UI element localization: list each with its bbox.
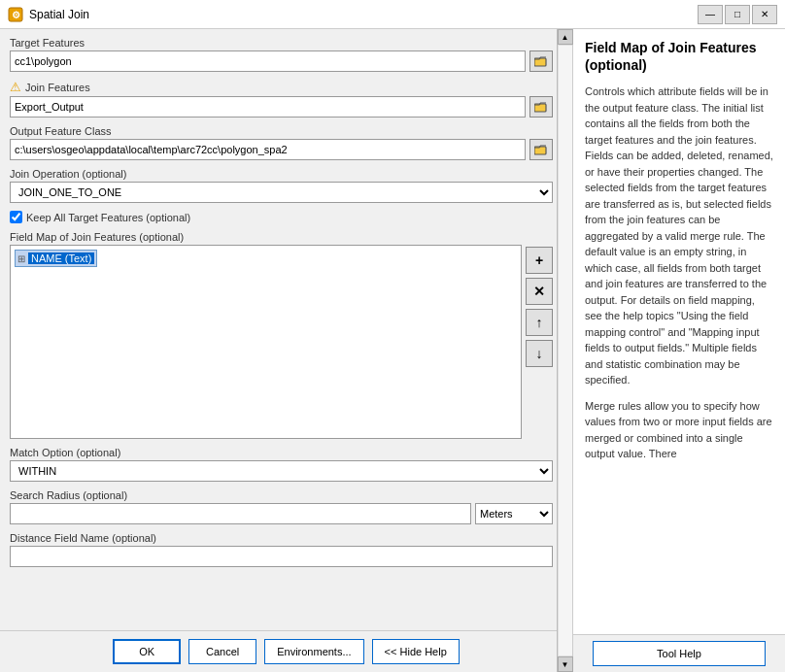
output-feature-class-input[interactable]: c:\users\osgeo\appdata\local\temp\arc72c… bbox=[10, 139, 526, 160]
join-operation-select[interactable]: JOIN_ONE_TO_ONE JOIN_ONE_TO_MANY bbox=[10, 182, 553, 203]
app-icon: ⚙ bbox=[8, 7, 23, 22]
keep-all-checkbox[interactable] bbox=[10, 211, 22, 223]
unit-select[interactable]: Meters Feet Kilometers Miles bbox=[475, 503, 553, 524]
maximize-button[interactable]: □ bbox=[725, 5, 750, 24]
button-bar: OK Cancel Environments... << Hide Help bbox=[0, 630, 572, 672]
join-features-browse-button[interactable] bbox=[529, 96, 553, 118]
join-operation-row: JOIN_ONE_TO_ONE JOIN_ONE_TO_MANY bbox=[10, 182, 553, 203]
keep-all-label: Keep All Target Features (optional) bbox=[26, 212, 190, 223]
cancel-button[interactable]: Cancel bbox=[188, 639, 256, 664]
hide-help-button[interactable]: << Hide Help bbox=[372, 639, 460, 664]
target-features-dropdown[interactable]: cc1\polygon bbox=[10, 50, 526, 72]
form-area: Target Features cc1\polygon ⚠ Join Featu… bbox=[0, 29, 572, 630]
distance-field-row bbox=[10, 546, 553, 567]
field-map-remove-button[interactable]: ✕ bbox=[526, 278, 553, 305]
search-radius-row: Meters Feet Kilometers Miles bbox=[10, 503, 553, 524]
left-panel: Target Features cc1\polygon ⚠ Join Featu… bbox=[0, 29, 573, 672]
help-paragraph-2: Merge rules allow you to specify how val… bbox=[585, 398, 773, 462]
target-features-row: cc1\polygon bbox=[10, 50, 553, 72]
help-title: Field Map of Join Features (optional) bbox=[585, 39, 773, 74]
field-map-item[interactable]: ⊞ NAME (Text) bbox=[15, 250, 97, 267]
match-option-select[interactable]: WITHIN CONTAINS CLOSEST INTERSECT WITHIN… bbox=[10, 460, 553, 482]
distance-field-input[interactable] bbox=[10, 546, 553, 567]
output-feature-class-row: c:\users\osgeo\appdata\local\temp\arc72c… bbox=[10, 139, 553, 160]
window-controls: — □ ✕ bbox=[698, 5, 777, 24]
keep-all-row: Keep All Target Features (optional) bbox=[10, 211, 553, 223]
distance-field-label: Distance Field Name (optional) bbox=[10, 532, 553, 544]
field-map-label: Field Map of Join Features (optional) bbox=[10, 231, 553, 243]
match-option-row: WITHIN CONTAINS CLOSEST INTERSECT WITHIN… bbox=[10, 460, 553, 482]
warning-icon: ⚠ bbox=[10, 80, 21, 94]
target-features-browse-button[interactable] bbox=[529, 50, 553, 72]
scroll-down-button[interactable]: ▼ bbox=[558, 656, 573, 672]
field-map-list[interactable]: ⊞ NAME (Text) bbox=[10, 245, 522, 439]
right-panel-inner: Field Map of Join Features (optional) Co… bbox=[573, 29, 785, 634]
field-map-add-button[interactable]: + bbox=[526, 247, 553, 274]
vertical-scrollbar[interactable]: ▲ ▼ bbox=[557, 29, 572, 672]
join-features-row: Export_Output bbox=[10, 96, 553, 118]
svg-text:⚙: ⚙ bbox=[12, 10, 20, 20]
right-footer: Tool Help bbox=[573, 634, 785, 672]
search-radius-label: Search Radius (optional) bbox=[10, 489, 553, 501]
match-option-label: Match Option (optional) bbox=[10, 447, 553, 458]
field-map-up-button[interactable]: ↑ bbox=[526, 309, 553, 336]
target-features-label: Target Features bbox=[10, 37, 553, 49]
tool-help-button[interactable]: Tool Help bbox=[593, 641, 766, 666]
scroll-up-button[interactable]: ▲ bbox=[558, 29, 573, 45]
search-radius-input[interactable] bbox=[10, 503, 471, 524]
window-title: Spatial Join bbox=[29, 8, 698, 21]
right-panel: Field Map of Join Features (optional) Co… bbox=[573, 29, 785, 672]
output-browse-button[interactable] bbox=[529, 139, 553, 160]
field-map-down-button[interactable]: ↓ bbox=[526, 340, 553, 367]
join-features-dropdown[interactable]: Export_Output bbox=[10, 96, 526, 118]
field-map-section: ⊞ NAME (Text) + ✕ ↑ ↓ bbox=[10, 245, 553, 439]
output-feature-class-label: Output Feature Class bbox=[10, 125, 553, 137]
expand-icon: ⊞ bbox=[17, 253, 25, 264]
close-button[interactable]: ✕ bbox=[752, 5, 777, 24]
title-bar: ⚙ Spatial Join — □ ✕ bbox=[0, 0, 785, 29]
help-paragraph-1: Controls which attribute fields will be … bbox=[585, 84, 773, 388]
field-name-highlight: NAME (Text) bbox=[28, 252, 94, 264]
ok-button[interactable]: OK bbox=[113, 639, 181, 664]
join-operation-label: Join Operation (optional) bbox=[10, 168, 553, 180]
scroll-thumb[interactable] bbox=[559, 46, 572, 655]
environments-button[interactable]: Environments... bbox=[264, 639, 363, 664]
field-map-buttons: + ✕ ↑ ↓ bbox=[526, 245, 553, 439]
join-features-label: ⚠ Join Features bbox=[10, 80, 553, 94]
main-container: Target Features cc1\polygon ⚠ Join Featu… bbox=[0, 29, 785, 672]
minimize-button[interactable]: — bbox=[698, 5, 723, 24]
